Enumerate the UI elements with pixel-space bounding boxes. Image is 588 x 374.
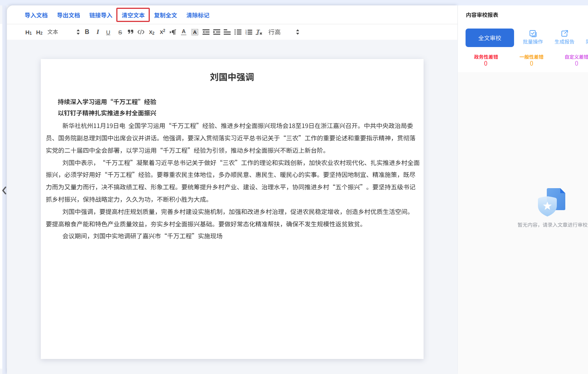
svg-text:3: 3: [245, 33, 247, 35]
svg-text:A: A: [193, 29, 197, 35]
svg-text:A: A: [182, 29, 186, 34]
svg-text:T: T: [256, 29, 260, 35]
